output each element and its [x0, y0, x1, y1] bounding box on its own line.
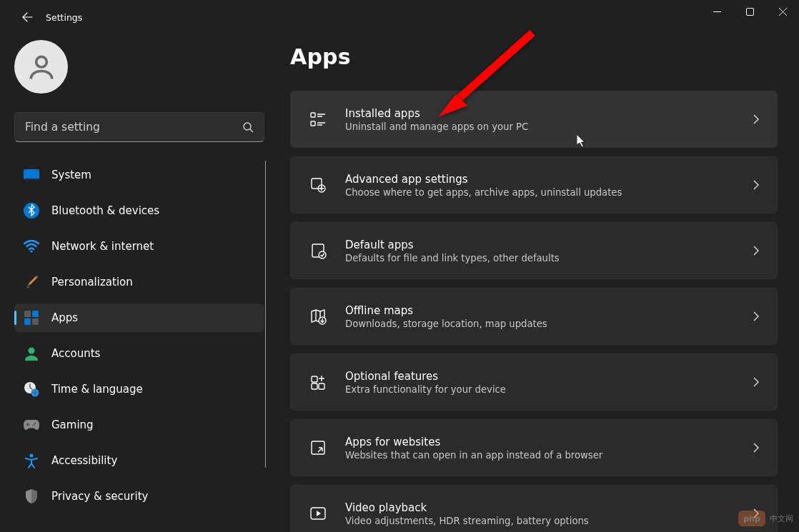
bluetooth-icon — [23, 202, 40, 219]
video-playback-icon — [308, 503, 328, 523]
sidebar-item-time-language[interactable]: Time & language — [14, 375, 264, 403]
default-apps-icon — [308, 241, 328, 261]
card-installed-apps[interactable]: Installed apps Uninstall and manage apps… — [290, 91, 778, 148]
svg-rect-10 — [32, 318, 39, 325]
gamepad-icon — [23, 416, 40, 433]
svg-rect-7 — [24, 311, 31, 317]
clock-globe-icon — [23, 381, 40, 398]
svg-point-1 — [36, 56, 46, 67]
sidebar-item-label: Gaming — [51, 418, 94, 431]
card-subtitle: Video adjustments, HDR streaming, batter… — [345, 516, 753, 526]
wifi-icon — [23, 238, 40, 255]
card-subtitle: Downloads, storage location, map updates — [345, 318, 753, 329]
back-arrow-icon — [21, 11, 33, 23]
installed-apps-icon — [308, 109, 328, 129]
card-default-apps[interactable]: Default apps Defaults for file and link … — [290, 222, 778, 279]
optional-features-icon — [308, 372, 328, 392]
svg-rect-25 — [312, 383, 317, 389]
sidebar-item-bluetooth[interactable]: Bluetooth & devices — [14, 196, 264, 225]
card-title: Apps for websites — [345, 436, 753, 448]
card-subtitle: Choose where to get apps, archive apps, … — [345, 187, 753, 198]
user-avatar[interactable] — [14, 40, 68, 94]
svg-rect-19 — [312, 179, 322, 189]
sidebar-item-system[interactable]: System — [14, 161, 264, 189]
svg-point-16 — [30, 454, 34, 458]
maximize-button[interactable] — [733, 0, 766, 23]
system-icon — [23, 166, 40, 184]
chevron-right-icon — [753, 443, 760, 453]
card-title: Optional features — [345, 370, 753, 383]
svg-rect-4 — [24, 179, 39, 181]
card-subtitle: Defaults for file and link types, other … — [345, 253, 753, 264]
offline-maps-icon — [308, 306, 328, 326]
sidebar-item-label: Bluetooth & devices — [51, 204, 159, 217]
sidebar-item-network[interactable]: Network & internet — [14, 232, 264, 261]
svg-rect-3 — [24, 169, 39, 180]
chevron-right-icon — [753, 114, 760, 124]
sidebar-item-accounts[interactable]: Accounts — [14, 339, 264, 368]
card-offline-maps[interactable]: Offline maps Downloads, storage location… — [290, 288, 778, 345]
watermark: php 中文网 — [738, 511, 793, 526]
window-title: Settings — [46, 12, 82, 23]
svg-point-11 — [29, 348, 35, 354]
titlebar: Settings — [0, 0, 799, 34]
accounts-icon — [23, 345, 40, 362]
sidebar-item-gaming[interactable]: Gaming — [14, 411, 264, 439]
search-box[interactable] — [14, 112, 264, 142]
close-button[interactable] — [766, 0, 799, 23]
sidebar-item-label: Time & language — [51, 383, 143, 396]
card-subtitle: Extra functionality for your device — [345, 384, 753, 395]
sidebar-item-apps[interactable]: Apps — [14, 303, 264, 332]
sidebar-item-label: Apps — [51, 311, 78, 324]
sidebar-item-label: Accounts — [51, 347, 100, 360]
svg-point-6 — [30, 250, 32, 252]
card-title: Installed apps — [345, 107, 753, 120]
chevron-right-icon — [753, 377, 760, 387]
main-content: Apps Installed apps Uninstall and manage… — [279, 34, 799, 532]
apps-icon — [23, 309, 40, 326]
card-subtitle: Uninstall and manage apps on your PC — [345, 121, 753, 132]
svg-rect-17 — [311, 113, 315, 117]
sidebar-item-label: Privacy & security — [51, 490, 148, 503]
watermark-text: 中文网 — [770, 513, 793, 524]
person-icon — [26, 51, 57, 83]
back-button[interactable] — [13, 3, 41, 31]
sidebar-item-label: Network & internet — [51, 240, 154, 253]
card-apps-for-websites[interactable]: Apps for websites Websites that can open… — [290, 419, 778, 476]
sidebar-item-label: System — [51, 169, 91, 181]
search-icon — [242, 121, 254, 133]
watermark-badge: php — [738, 511, 765, 526]
card-subtitle: Websites that can open in an app instead… — [345, 450, 753, 461]
card-optional-features[interactable]: Optional features Extra functionality fo… — [290, 353, 778, 411]
card-advanced-app-settings[interactable]: Advanced app settings Choose where to ge… — [290, 156, 778, 214]
paintbrush-icon — [23, 273, 40, 291]
svg-rect-9 — [24, 318, 31, 325]
card-video-playback[interactable]: Video playback Video adjustments, HDR st… — [290, 485, 778, 532]
svg-rect-26 — [319, 383, 324, 389]
card-title: Video playback — [345, 501, 753, 514]
chevron-right-icon — [753, 180, 760, 190]
sidebar-item-label: Accessibility — [51, 454, 117, 467]
svg-point-2 — [244, 123, 251, 130]
search-input[interactable] — [25, 121, 242, 134]
sidebar-item-personalization[interactable]: Personalization — [14, 268, 264, 296]
shield-icon — [23, 488, 40, 505]
sidebar-item-accessibility[interactable]: Accessibility — [14, 446, 264, 475]
chevron-right-icon — [753, 311, 760, 321]
scrollbar-thumb[interactable] — [265, 161, 267, 468]
sidebar-item-privacy[interactable]: Privacy & security — [14, 482, 264, 511]
minimize-button[interactable] — [700, 0, 733, 23]
accessibility-icon — [23, 452, 40, 469]
card-title: Offline maps — [345, 304, 753, 317]
svg-rect-0 — [746, 8, 753, 15]
svg-point-14 — [34, 423, 36, 424]
svg-rect-8 — [32, 311, 39, 317]
apps-websites-icon — [308, 438, 328, 458]
sidebar-nav: System Bluetooth & devices Network & int… — [14, 161, 270, 532]
chevron-right-icon — [753, 246, 760, 256]
window-controls — [700, 0, 799, 23]
svg-rect-18 — [311, 121, 315, 126]
page-title: Apps — [290, 44, 778, 69]
sidebar-item-label: Personalization — [51, 276, 133, 288]
sidebar: System Bluetooth & devices Network & int… — [0, 34, 279, 532]
